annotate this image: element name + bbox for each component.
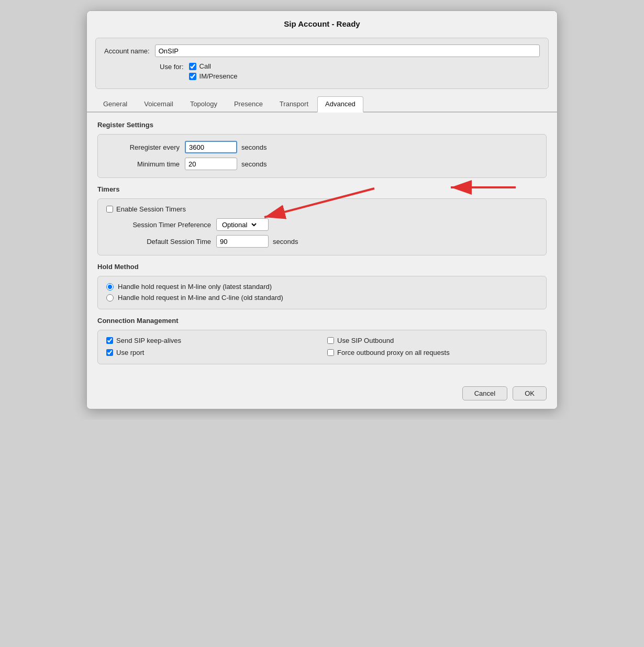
call-checkbox-row: Call xyxy=(189,62,238,70)
tabs-bar: General Voicemail Topology Presence Tran… xyxy=(87,96,557,113)
minimum-suffix: seconds xyxy=(241,160,267,168)
minimum-time-row: Minimum time seconds xyxy=(106,158,538,170)
register-settings-box: Reregister every seconds Minimum time se… xyxy=(97,134,547,178)
reregister-row: Reregister every seconds xyxy=(106,141,538,153)
im-presence-checkbox-row: IM/Presence xyxy=(189,72,238,80)
call-checkbox[interactable] xyxy=(189,63,196,70)
register-settings-title: Register Settings xyxy=(97,121,547,129)
outbound-checkbox[interactable] xyxy=(327,337,334,344)
session-pref-label: Session Timer Preference xyxy=(106,221,211,229)
dialog-footer: Cancel OK xyxy=(87,380,557,409)
tab-advanced[interactable]: Advanced xyxy=(317,96,363,113)
tab-general[interactable]: General xyxy=(95,96,135,111)
outbound-label: Use SIP Outbound xyxy=(337,337,394,344)
dialog-title: Sip Account - Ready xyxy=(87,11,557,34)
use-for-checkboxes: Call IM/Presence xyxy=(189,62,238,80)
dialog-wrapper: Sip Account - Ready Account name: Use fo… xyxy=(86,10,558,409)
ok-button[interactable]: OK xyxy=(513,386,547,400)
keepalive-row: Send SIP keep-alives xyxy=(106,337,317,344)
call-label: Call xyxy=(199,62,211,70)
session-pref-row: Session Timer Preference Optional Requir… xyxy=(106,218,538,231)
im-presence-label: IM/Presence xyxy=(199,72,238,80)
account-name-row: Account name: xyxy=(104,44,540,57)
enable-session-row: Enable Session Timers xyxy=(106,205,538,213)
timers-box: Enable Session Timers Session Timer Pref… xyxy=(97,198,547,255)
tab-content-advanced: Register Settings Reregister every secon… xyxy=(87,113,557,380)
minimum-label: Minimum time xyxy=(106,160,180,168)
hold-mline-cline-radio[interactable] xyxy=(106,294,114,302)
connection-management-title: Connection Management xyxy=(97,317,547,325)
enable-session-checkbox[interactable] xyxy=(106,206,113,213)
force-proxy-row: Force outbound proxy on all requests xyxy=(327,349,538,356)
tab-voicemail[interactable]: Voicemail xyxy=(136,96,181,111)
cancel-button[interactable]: Cancel xyxy=(462,386,507,400)
reregister-suffix: seconds xyxy=(241,143,267,151)
hold-mline-row: Handle hold request in M-line only (late… xyxy=(106,283,538,291)
enable-session-label: Enable Session Timers xyxy=(116,205,186,213)
session-pref-select[interactable]: Optional Required Inactive xyxy=(220,220,258,229)
rport-checkbox[interactable] xyxy=(106,349,113,356)
hold-mline-cline-label: Handle hold request in M-line and C-line… xyxy=(118,294,283,302)
account-name-label: Account name: xyxy=(104,47,150,55)
hold-method-title: Hold Method xyxy=(97,263,547,271)
reregister-input[interactable] xyxy=(185,141,237,153)
keepalive-checkbox[interactable] xyxy=(106,337,113,344)
timers-title: Timers xyxy=(97,185,547,193)
tab-topology[interactable]: Topology xyxy=(182,96,225,111)
account-info-section: Account name: Use for: Call IM/Presence xyxy=(95,38,549,89)
account-name-input[interactable] xyxy=(155,44,540,57)
session-pref-select-wrapper[interactable]: Optional Required Inactive xyxy=(216,218,269,231)
force-proxy-checkbox[interactable] xyxy=(327,349,334,356)
hold-mline-radio[interactable] xyxy=(106,283,114,291)
force-proxy-label: Force outbound proxy on all requests xyxy=(337,349,450,356)
hold-mline-cline-row: Handle hold request in M-line and C-line… xyxy=(106,294,538,302)
default-time-label: Default Session Time xyxy=(106,238,211,246)
rport-row: Use rport xyxy=(106,349,317,356)
outbound-row: Use SIP Outbound xyxy=(327,337,538,344)
reregister-label: Reregister every xyxy=(106,143,180,151)
minimum-time-input[interactable] xyxy=(185,158,237,170)
sip-account-dialog: Sip Account - Ready Account name: Use fo… xyxy=(86,10,558,409)
default-time-suffix: seconds xyxy=(273,238,298,246)
im-presence-checkbox[interactable] xyxy=(189,73,196,80)
tab-presence[interactable]: Presence xyxy=(226,96,271,111)
hold-method-box: Handle hold request in M-line only (late… xyxy=(97,276,547,309)
rport-label: Use rport xyxy=(116,349,144,356)
connection-management-box: Send SIP keep-alives Use SIP Outbound Us… xyxy=(97,330,547,364)
tab-transport[interactable]: Transport xyxy=(272,96,316,111)
use-for-label: Use for: xyxy=(160,62,184,71)
hold-mline-label: Handle hold request in M-line only (late… xyxy=(118,283,272,291)
default-time-input[interactable] xyxy=(216,235,269,248)
keepalive-label: Send SIP keep-alives xyxy=(116,337,181,344)
connection-checkboxes-grid: Send SIP keep-alives Use SIP Outbound Us… xyxy=(106,337,538,356)
default-time-row: Default Session Time seconds xyxy=(106,235,538,248)
use-for-section: Use for: Call IM/Presence xyxy=(160,62,540,80)
